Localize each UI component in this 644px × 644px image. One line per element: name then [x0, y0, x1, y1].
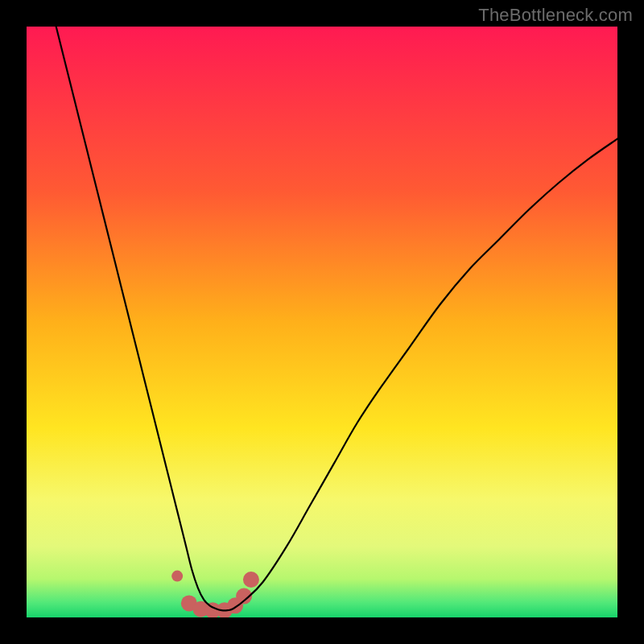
optimal-marker: [243, 572, 259, 588]
watermark-text: TheBottleneck.com: [478, 5, 633, 26]
plot-area: [27, 27, 617, 617]
optimal-range-markers: [171, 571, 259, 617]
bottleneck-curve: [56, 27, 617, 610]
chart-frame: TheBottleneck.com: [0, 0, 644, 644]
optimal-marker: [171, 571, 183, 582]
curve-layer: [27, 27, 617, 617]
